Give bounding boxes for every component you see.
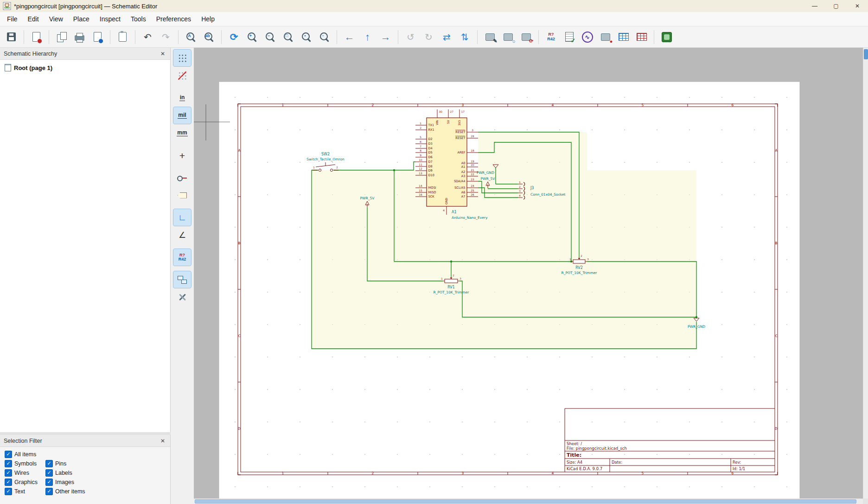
- pot-rv2-value[interactable]: R_POT_10K_Trimmer: [562, 271, 598, 275]
- zoom-in-icon[interactable]: +: [243, 28, 261, 45]
- zoom-selection-icon[interactable]: ▫: [316, 28, 333, 45]
- paste-icon[interactable]: [114, 28, 131, 45]
- units-mils-button[interactable]: mil: [173, 107, 191, 124]
- pot-rv1-value[interactable]: R_POT_10K_Trimmer: [434, 290, 470, 294]
- schematic-setup-icon[interactable]: [28, 28, 45, 45]
- pot-rv1-ref[interactable]: RV1: [447, 285, 455, 289]
- rotate-ccw-icon[interactable]: ↺: [402, 28, 419, 45]
- save-icon[interactable]: [3, 28, 20, 45]
- nav-back-icon[interactable]: ←: [341, 28, 358, 45]
- refresh-view-icon[interactable]: ⟳: [225, 28, 243, 45]
- filter-close-icon[interactable]: ✕: [159, 438, 166, 444]
- arduino-ref[interactable]: A1: [452, 210, 457, 214]
- simulator-icon[interactable]: ∿: [579, 28, 596, 45]
- symbol-fields-table-icon[interactable]: [615, 28, 632, 45]
- menu-help[interactable]: Help: [196, 13, 220, 25]
- nav-forward-icon[interactable]: →: [377, 28, 394, 45]
- power-5v-left-label[interactable]: PWR_5V: [360, 196, 375, 200]
- library-browser-icon[interactable]: ○: [499, 28, 517, 45]
- schematic-drawing[interactable]: 112233445566AABBCCDDSheet: /File: pingpo…: [194, 48, 868, 504]
- checkbox-icon[interactable]: ✓: [45, 478, 53, 486]
- menu-inspect[interactable]: Inspect: [95, 13, 126, 25]
- menu-tools[interactable]: Tools: [126, 13, 151, 25]
- j3-ref[interactable]: J3: [530, 186, 534, 190]
- undo-icon[interactable]: ↶: [139, 28, 156, 45]
- power-gnd-bottom-label[interactable]: PWR_GND: [688, 325, 705, 329]
- units-mm-button[interactable]: mm: [173, 125, 191, 141]
- arduino-value[interactable]: Arduino_Nano_Every: [452, 216, 488, 220]
- close-button[interactable]: ✕: [847, 0, 868, 12]
- bom-icon[interactable]: [633, 28, 650, 45]
- plot-icon[interactable]: [89, 28, 106, 45]
- checkbox-icon[interactable]: ✓: [5, 460, 12, 467]
- print-icon[interactable]: [71, 28, 88, 45]
- switch-ref[interactable]: SW2: [321, 152, 330, 156]
- checkbox-icon[interactable]: ✓: [5, 488, 12, 495]
- menu-file[interactable]: File: [2, 13, 23, 25]
- checkbox-icon[interactable]: ✓: [5, 469, 12, 477]
- plugin-icon[interactable]: [658, 28, 675, 45]
- grid-visibility-icon[interactable]: [173, 50, 191, 66]
- redo-icon[interactable]: ↷: [157, 28, 174, 45]
- properties-panel-icon[interactable]: [173, 289, 191, 306]
- menu-edit[interactable]: Edit: [23, 13, 44, 25]
- symbol-editor-icon[interactable]: ✎: [481, 28, 498, 45]
- checkbox-icon[interactable]: ✓: [45, 488, 53, 495]
- page-settings-icon[interactable]: [53, 28, 70, 45]
- maximize-button[interactable]: ▢: [825, 0, 847, 12]
- zoom-out-icon[interactable]: −: [262, 28, 279, 45]
- menu-preferences[interactable]: Preferences: [151, 13, 196, 25]
- annotate-icon[interactable]: R?R42: [542, 28, 560, 45]
- j3-value[interactable]: Conn_01x04_Socket: [530, 192, 566, 197]
- assign-footprints-icon[interactable]: ●: [597, 28, 614, 45]
- cursor-shape-icon[interactable]: +: [173, 147, 191, 164]
- pot-rv2-ref[interactable]: RV2: [575, 266, 583, 270]
- auto-annotate-icon[interactable]: R?R42: [173, 249, 191, 266]
- checkbox-icon[interactable]: ✓: [45, 469, 53, 477]
- pot-rv2-body[interactable]: [573, 260, 585, 263]
- hierarchy-navigator-icon[interactable]: [173, 271, 191, 288]
- schematic-canvas-area[interactable]: 112233445566AABBCCDDSheet: /File: pingpo…: [194, 48, 868, 504]
- filter-text[interactable]: ✓Text: [5, 488, 45, 495]
- filter-images[interactable]: ✓Images: [45, 478, 74, 486]
- find-icon[interactable]: A: [182, 28, 199, 45]
- power-gnd-j3-label[interactable]: PWR_GND: [477, 171, 494, 175]
- minimize-button[interactable]: —: [804, 0, 825, 12]
- directive-labels-icon[interactable]: [173, 187, 191, 204]
- menu-view[interactable]: View: [44, 13, 68, 25]
- grid-overrides-icon[interactable]: [173, 67, 191, 84]
- zoom-fit-objects-icon[interactable]: ▪: [298, 28, 315, 45]
- update-symbols-icon[interactable]: ⟳: [517, 28, 535, 45]
- filter-graphics[interactable]: ✓Graphics: [5, 478, 45, 486]
- zoom-fit-page-icon[interactable]: □: [280, 28, 297, 45]
- horizontal-scrollbar[interactable]: [194, 498, 863, 504]
- filter-pins[interactable]: ✓Pins: [45, 460, 66, 467]
- hierarchy-close-icon[interactable]: ✕: [159, 51, 166, 57]
- free-angle-wires-icon[interactable]: ∠: [173, 227, 191, 243]
- filter-symbols[interactable]: ✓Symbols: [5, 460, 45, 467]
- erc-icon[interactable]: ✓: [561, 28, 578, 45]
- filter-labels[interactable]: ✓Labels: [45, 469, 72, 477]
- filter-all-items[interactable]: ✓All items: [5, 451, 45, 458]
- power-5v-j3-label[interactable]: PWR_5V: [481, 177, 496, 181]
- show-hidden-pins-icon[interactable]: [173, 169, 191, 186]
- vertical-scrollbar[interactable]: [863, 48, 868, 498]
- units-inches-button[interactable]: in: [173, 89, 191, 106]
- checkbox-icon[interactable]: ✓: [5, 478, 12, 486]
- mirror-h-icon[interactable]: ⇄: [438, 28, 455, 45]
- filter-wires[interactable]: ✓Wires: [5, 469, 45, 477]
- find-replace-icon[interactable]: ab: [200, 28, 217, 45]
- filter-other-items[interactable]: ✓Other items: [45, 488, 85, 495]
- checkbox-icon[interactable]: ✓: [5, 451, 12, 458]
- hv-wires-icon[interactable]: ∟: [173, 209, 191, 226]
- rotate-cw-icon[interactable]: ↻: [420, 28, 437, 45]
- mirror-v-icon[interactable]: ⇅: [456, 28, 473, 45]
- vertical-scrollbar-thumb[interactable]: [864, 49, 868, 59]
- pot-rv1-body[interactable]: [445, 279, 458, 283]
- menu-place[interactable]: Place: [68, 13, 95, 25]
- hierarchy-root-item[interactable]: Root (page 1): [5, 64, 166, 71]
- checkbox-icon[interactable]: ✓: [45, 460, 53, 467]
- switch-value[interactable]: Switch_Tactile_Omron: [306, 157, 345, 161]
- horizontal-scrollbar-thumb[interactable]: [195, 499, 856, 504]
- nav-up-icon[interactable]: ↑: [359, 28, 376, 45]
